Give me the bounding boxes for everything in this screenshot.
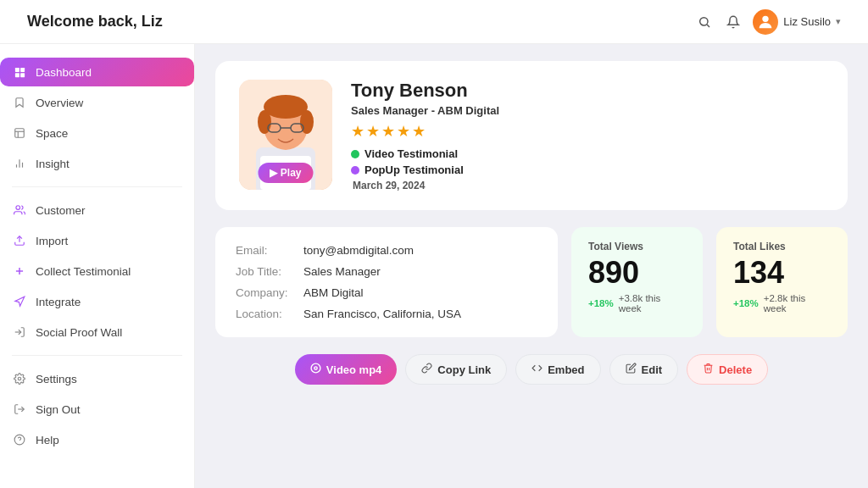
sidebar-item-label: Dashboard xyxy=(36,66,92,79)
jobtitle-label: Job Title: xyxy=(236,265,303,278)
svg-rect-3 xyxy=(14,67,19,71)
copy-link-button[interactable]: Copy Link xyxy=(405,354,507,385)
sidebar-item-integrate[interactable]: Integrate xyxy=(0,287,194,316)
sidebar-item-label: Space xyxy=(36,127,68,140)
location-label: Location: xyxy=(236,308,303,320)
views-week: +3.8k this week xyxy=(619,293,686,313)
layout: Dashboard Overview Space Insight xyxy=(0,44,868,488)
trash-icon xyxy=(703,363,714,376)
likes-sub: +18% +2.8k this week xyxy=(733,293,831,313)
sidebar-item-label: Customer xyxy=(36,204,86,217)
divider xyxy=(12,355,182,356)
location-value: San Francisco, California, USA xyxy=(303,308,461,320)
video-mp4-label: Video mp4 xyxy=(326,363,382,376)
popup-badge-label: PopUp Testimonial xyxy=(364,164,464,176)
profile-info: Tony Benson Sales Manager - ABM Digital … xyxy=(351,80,824,191)
views-stat-card: Total Views 890 +18% +3.8k this week xyxy=(571,227,703,337)
sidebar-item-overview[interactable]: Overview xyxy=(0,88,194,117)
video-badge: Video Testimonial xyxy=(351,147,824,160)
views-sub: +18% +3.8k this week xyxy=(588,293,686,313)
jobtitle-value: Sales Manager xyxy=(303,265,381,278)
header: Welcome back, Liz Liz Susilo ▾ xyxy=(0,0,868,44)
chevron-down-icon: ▾ xyxy=(836,16,841,27)
svg-rect-6 xyxy=(20,73,25,77)
video-badge-label: Video Testimonial xyxy=(364,147,458,160)
green-dot xyxy=(351,150,359,158)
bar-chart-icon xyxy=(12,156,27,171)
embed-button[interactable]: Embed xyxy=(515,354,600,385)
purple-dot xyxy=(351,166,359,175)
profile-photo-wrap: ▶ Play xyxy=(239,80,332,190)
svg-rect-4 xyxy=(20,67,25,71)
profile-card: ▶ Play Tony Benson Sales Manager - ABM D… xyxy=(215,61,848,210)
sidebar: Dashboard Overview Space Insight xyxy=(0,44,195,488)
email-label: Email: xyxy=(236,244,303,257)
sidebar-item-label: Collect Testimonial xyxy=(36,265,131,278)
user-menu[interactable]: Liz Susilo ▾ xyxy=(753,9,841,35)
sidebar-item-space[interactable]: Space xyxy=(0,119,194,147)
svg-point-25 xyxy=(264,95,308,119)
search-icon[interactable] xyxy=(695,13,714,31)
sidebar-item-sign-out[interactable]: Sign Out xyxy=(0,395,194,424)
play-button[interactable]: ▶ Play xyxy=(258,163,313,183)
code-icon xyxy=(531,363,542,376)
plus-icon xyxy=(12,263,27,279)
sign-out-icon xyxy=(12,402,27,417)
svg-line-1 xyxy=(707,25,709,27)
badge-row: Video Testimonial PopUp Testimonial xyxy=(351,147,824,176)
grid-icon xyxy=(12,64,27,80)
svg-rect-7 xyxy=(15,129,25,138)
wall-icon xyxy=(12,324,27,340)
sidebar-item-import[interactable]: Import xyxy=(0,226,194,255)
edit-label: Edit xyxy=(642,363,663,376)
sidebar-item-collect-testimonial[interactable]: Collect Testimonial xyxy=(0,257,194,286)
link-icon xyxy=(421,363,432,376)
sidebar-item-label: Insight xyxy=(36,158,70,170)
video-mp4-button[interactable]: Video mp4 xyxy=(295,354,398,385)
email-value: tony@abmdigital.com xyxy=(303,244,414,257)
views-percent: +18% xyxy=(588,298,614,308)
layout-icon xyxy=(12,125,27,141)
svg-point-2 xyxy=(763,15,769,21)
sidebar-item-label: Settings xyxy=(36,373,77,385)
views-number: 890 xyxy=(588,258,686,288)
company-label: Company: xyxy=(236,286,303,299)
svg-rect-5 xyxy=(14,73,19,77)
header-right: Liz Susilo ▾ xyxy=(695,9,841,35)
sidebar-item-dashboard[interactable]: Dashboard xyxy=(0,58,194,86)
jobtitle-row: Job Title: Sales Manager xyxy=(236,265,537,278)
views-title: Total Views xyxy=(588,241,686,252)
sidebar-item-insight[interactable]: Insight xyxy=(0,149,194,178)
megaphone-icon xyxy=(12,294,27,309)
delete-button[interactable]: Delete xyxy=(687,354,768,385)
gear-icon xyxy=(12,371,27,386)
user-name: Liz Susilo xyxy=(783,15,831,28)
likes-number: 134 xyxy=(733,258,831,288)
edit-icon xyxy=(626,363,637,376)
sidebar-item-label: Sign Out xyxy=(36,403,81,416)
sidebar-item-label: Overview xyxy=(36,97,83,109)
bell-icon[interactable] xyxy=(724,13,743,31)
company-value: ABM Digital xyxy=(303,286,364,299)
sidebar-item-social-proof-wall[interactable]: Social Proof Wall xyxy=(0,318,194,347)
sidebar-item-customer[interactable]: Customer xyxy=(0,196,194,225)
profile-name: Tony Benson xyxy=(351,80,824,102)
detail-stats-row: Email: tony@abmdigital.com Job Title: Sa… xyxy=(215,227,848,337)
bookmark-icon xyxy=(12,95,27,110)
page-title: Welcome back, Liz xyxy=(27,13,163,30)
likes-percent: +18% xyxy=(733,298,759,308)
sidebar-item-settings[interactable]: Settings xyxy=(0,364,194,393)
sidebar-item-label: Import xyxy=(36,235,68,247)
action-bar: Video mp4 Copy Link Embed Edit xyxy=(215,354,848,385)
location-row: Location: San Francisco, California, USA xyxy=(236,308,537,320)
likes-week: +2.8k this week xyxy=(764,293,831,313)
svg-point-32 xyxy=(311,363,320,373)
sidebar-item-help[interactable]: Help xyxy=(0,425,194,454)
avatar xyxy=(753,9,778,35)
likes-stat-card: Total Likes 134 +18% +2.8k this week xyxy=(716,227,848,337)
svg-point-33 xyxy=(314,367,317,369)
main-content: ▶ Play Tony Benson Sales Manager - ABM D… xyxy=(195,44,868,488)
svg-point-18 xyxy=(18,377,21,380)
edit-button[interactable]: Edit xyxy=(609,354,679,385)
profile-date: March 29, 2024 xyxy=(353,180,824,191)
